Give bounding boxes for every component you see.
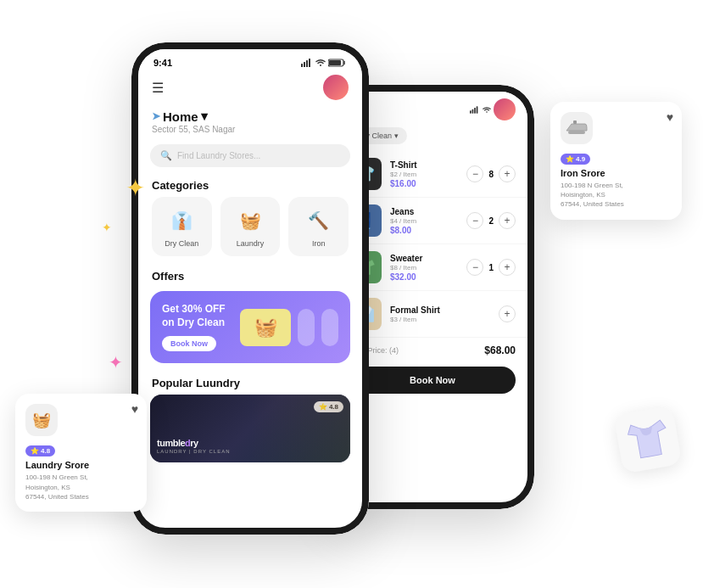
tshirt-name: T-Shirt [390, 160, 458, 170]
jeans-qty: 2 [488, 216, 494, 226]
popular-store-tagline: LAUNDRY | DRY CLEAN [157, 449, 230, 454]
offer-pill-2 [321, 309, 338, 346]
laundry-icon: 🧺 [235, 205, 265, 236]
offer-image: 🧺 [240, 309, 291, 346]
wifi-icon-2 [483, 106, 491, 114]
svg-rect-3 [309, 59, 310, 67]
battery-icon [328, 59, 347, 67]
sweater-qty-plus[interactable]: + [499, 259, 516, 276]
app-header-main: ☰ [138, 71, 362, 105]
svg-rect-5 [329, 60, 341, 65]
jeans-price: $8.00 [390, 226, 458, 235]
laundry-store-card: 🧺 ♥ ⭐ 4.8 Laundry Srore 100-198 N Green … [15, 394, 147, 512]
book-now-button[interactable]: Book Now [349, 367, 516, 394]
sparkle-small: ✦ [102, 221, 112, 234]
svg-rect-9 [477, 106, 478, 114]
jeans-info: Jeans $4 / Item $8.00 [390, 207, 458, 235]
signal-icon [301, 59, 313, 67]
location-dropdown-icon: ▾ [201, 109, 208, 124]
svg-rect-2 [306, 60, 308, 67]
dry-clean-label: Dry Clean [165, 239, 198, 248]
search-bar[interactable]: 🔍 Find Laundry Stores... [150, 144, 350, 167]
formalshirt-name: Formal Shirt [390, 305, 490, 315]
tshirt-price-label: $2 / Item [390, 171, 458, 178]
laundry-rating-badge: ⭐ 4.8 [25, 445, 55, 456]
sweater-qty-minus[interactable]: − [466, 259, 483, 276]
search-placeholder: Find Laundry Stores... [177, 151, 260, 160]
jeans-price-label: $4 / Item [390, 217, 458, 225]
svg-rect-7 [472, 109, 474, 113]
sparkle-pink: ✦ [109, 352, 123, 372]
sweater-qty: 1 [488, 263, 494, 272]
jeans-qty-control: − 2 + [466, 212, 516, 229]
iron-heart-icon[interactable]: ♥ [667, 110, 673, 124]
formalshirt-info: Formal Shirt $3 / Item [390, 305, 490, 323]
offer-pill-1 [298, 309, 315, 346]
tshirt-info: T-Shirt $2 / Item $16.00 [390, 160, 458, 188]
status-icons-order [470, 98, 516, 120]
iron-icon: 🔨 [304, 205, 334, 236]
floating-shirt-icon [613, 405, 682, 473]
location-name: Home [163, 109, 198, 124]
sweater-qty-control: − 1 + [466, 259, 516, 276]
jeans-name: Jeans [390, 207, 458, 216]
total-price: $68.00 [484, 344, 516, 356]
svg-rect-6 [470, 110, 471, 113]
dry-clean-icon: 👔 [166, 205, 197, 236]
status-time-main: 9:41 [153, 58, 172, 68]
categories-row: 👔 Dry Clean 🧺 Laundry 🔨 Iron [138, 197, 362, 263]
iron-rating-badge: ⭐ 4.9 [561, 154, 590, 165]
offers-title: Offers [138, 263, 362, 288]
iron-store-name: Iron Srore [561, 168, 672, 178]
shirt-svg-decoration [622, 415, 675, 465]
laundry-store-name: Laundry Srore [25, 460, 137, 470]
laundry-heart-icon[interactable]: ♥ [131, 402, 138, 416]
iron-store-icon [561, 112, 593, 144]
signal-icon-2 [470, 106, 480, 114]
formalshirt-qty-plus[interactable]: + [499, 305, 516, 322]
formalshirt-price-label: $3 / Item [390, 316, 490, 323]
phone-main-screen: 9:41 [131, 42, 369, 535]
search-icon: 🔍 [160, 150, 172, 161]
category-dry-clean[interactable]: 👔 Dry Clean [152, 197, 212, 256]
scene: ✦ ✦ ✦ 9:41 [0, 0, 703, 588]
laundry-store-icon: 🧺 [25, 404, 58, 436]
jeans-qty-plus[interactable]: + [499, 212, 516, 229]
category-iron[interactable]: 🔨 Iron [288, 197, 349, 256]
sparkle-large: ✦ [126, 174, 145, 202]
tshirt-qty: 8 [488, 170, 494, 179]
sweater-price: $32.00 [390, 272, 458, 282]
offer-text-block: Get 30% OFFon Dry Clean Book Now [162, 303, 233, 351]
jeans-qty-minus[interactable]: − [466, 212, 483, 229]
tshirt-price: $16.00 [390, 179, 458, 188]
popular-title: Popular Luundry [138, 370, 362, 395]
iron-store-address: 100-198 N Green St,Hoisington, KS67544, … [561, 181, 672, 210]
iron-store-card: ♥ ⭐ 4.9 Iron Srore 100-198 N Green St,Ho… [550, 102, 682, 220]
location-title: ➤ Home ▾ [152, 109, 349, 124]
phone-main: 9:41 [131, 42, 369, 535]
category-laundry[interactable]: 🧺 Laundry [220, 197, 281, 256]
svg-rect-11 [573, 120, 577, 124]
formalshirt-qty-control: + [499, 305, 516, 322]
svg-rect-0 [301, 64, 303, 67]
laundry-store-address: 100-198 N Green St,Hoisington, KS67544, … [25, 473, 137, 501]
location-subtitle: Sector 55, SAS Nagar [152, 125, 349, 134]
sweater-price-label: $8 / Item [390, 264, 458, 272]
laundry-label: Laundry [237, 239, 265, 248]
iron-label: Iron [312, 239, 326, 248]
tshirt-qty-plus[interactable]: + [499, 165, 516, 182]
wifi-icon [315, 59, 326, 67]
avatar-order[interactable] [494, 98, 516, 120]
hamburger-icon[interactable]: ☰ [152, 80, 164, 96]
avatar-main[interactable] [323, 75, 349, 100]
sweater-info: Sweater $8 / Item $32.00 [390, 254, 458, 282]
popular-store-image[interactable]: tumbledry LAUNDRY | DRY CLEAN ⭐ 4.8 [150, 395, 350, 462]
tshirt-qty-control: − 8 + [466, 165, 516, 182]
svg-rect-1 [304, 62, 305, 67]
categories-title: Categories [138, 172, 362, 197]
location-row: ➤ Home ▾ Sector 55, SAS Nagar [138, 105, 362, 139]
iron-svg-icon [565, 119, 589, 137]
tshirt-qty-minus[interactable]: − [466, 165, 483, 182]
svg-rect-8 [474, 107, 476, 113]
offer-book-button[interactable]: Book Now [162, 336, 216, 351]
